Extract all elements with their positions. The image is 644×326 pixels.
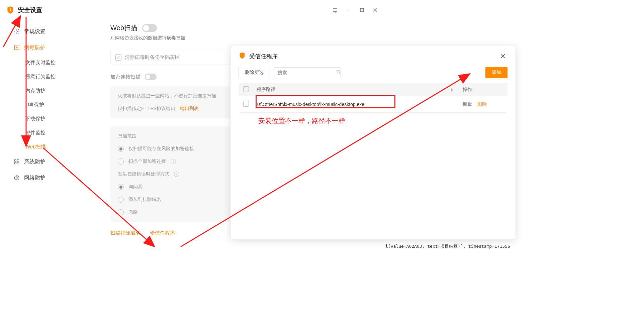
svg-point-1 <box>16 31 18 32</box>
sidebar-sub-mail[interactable]: 邮件监控 <box>0 126 100 140</box>
delete-link[interactable]: 删除 <box>477 101 487 107</box>
label: 清除病毒时备份至隔离区 <box>125 54 180 61</box>
radio-risk-only[interactable] <box>118 146 124 152</box>
checkbox-icon: ✓ <box>115 55 121 61</box>
table-header: 程序路径 ▲▼ 操作 <box>239 83 508 96</box>
trusted-programs-dialog: 受信任程序 删除所选 添加 程序路径 ▲▼ 操作 D:\OtherSoft\lx… <box>230 45 516 239</box>
label: 询问我 <box>128 184 143 190</box>
sidebar-item-network[interactable]: 网络防护 <box>0 170 100 186</box>
close-button[interactable] <box>369 3 382 17</box>
delete-selected-button[interactable]: 删除所选 <box>239 67 270 78</box>
label: 网络防护 <box>24 175 45 182</box>
sort-icon[interactable]: ▲▼ <box>450 88 454 92</box>
sidebar-sub-memory[interactable]: 内存防护 <box>0 84 100 98</box>
sidebar-item-virus[interactable]: 病毒防护 <box>0 39 100 56</box>
svg-rect-6 <box>17 162 19 164</box>
svg-rect-4 <box>17 159 19 161</box>
maximize-button[interactable] <box>355 3 369 17</box>
encrypt-scan-toggle[interactable] <box>145 74 157 80</box>
search-icon <box>336 70 341 76</box>
search-input[interactable] <box>278 70 336 75</box>
search-box[interactable] <box>274 67 341 78</box>
label: 常规设置 <box>24 28 45 35</box>
col-path-label[interactable]: 程序路径 <box>257 87 275 93</box>
svg-rect-5 <box>14 162 16 164</box>
sidebar-sub-download[interactable]: 下载保护 <box>0 112 100 126</box>
dialog-title: 受信任程序 <box>249 52 278 60</box>
sidebar-sub-behavior[interactable]: 恶意行为监控 <box>0 70 100 84</box>
dialog-close-button[interactable] <box>498 51 508 61</box>
label: 系统防护 <box>24 158 45 166</box>
label: 仅扫描可能存在风险的加密连接 <box>128 146 194 152</box>
row-path: D:\OtherSoft\lx-music-desktop\lx-music-d… <box>257 102 463 107</box>
label: 病毒防护 <box>24 44 45 51</box>
grid-icon <box>13 158 20 165</box>
dialog-shield-icon <box>239 52 246 61</box>
label: 忽略 <box>128 209 138 215</box>
sidebar: 常规设置 病毒防护 文件实时监控 恶意行为监控 内存防护 U盘保护 下载保护 邮… <box>0 20 100 261</box>
info-icon[interactable]: i <box>171 159 176 164</box>
web-scan-toggle[interactable] <box>142 24 157 32</box>
trusted-programs-link[interactable]: 受信任程序 <box>150 230 175 236</box>
section-desc: 对网络协议接收的数据进行病毒扫描 <box>110 35 378 41</box>
section-title: Web扫描 <box>110 23 137 32</box>
sidebar-sub-realtime[interactable]: 文件实时监控 <box>0 56 100 70</box>
titlebar: 安全设置 <box>0 0 388 20</box>
svg-rect-3 <box>14 159 16 161</box>
plus-box-icon <box>13 44 20 51</box>
exclude-domain-link[interactable]: 扫描排除域名 <box>110 230 141 236</box>
sidebar-item-system[interactable]: 系统防护 <box>0 154 100 170</box>
sidebar-sub-web[interactable]: Web扫描 <box>0 140 100 154</box>
code-fragment: l(value=A02A03, text=项目结算)], timestamp=1… <box>385 243 510 249</box>
info-icon[interactable]: i <box>174 172 179 177</box>
row-checkbox[interactable] <box>243 101 249 107</box>
label: 扫描全部加密连接 <box>128 158 166 165</box>
port-list-link[interactable]: 端口列表 <box>180 106 199 112</box>
radio-scan-all[interactable] <box>118 158 124 165</box>
table-row: D:\OtherSoft\lx-music-desktop\lx-music-d… <box>239 96 508 112</box>
radio-ask-me[interactable] <box>118 184 124 190</box>
gear-icon <box>13 28 20 35</box>
col-ops-label: 操作 <box>463 87 503 93</box>
app-title: 安全设置 <box>18 6 42 14</box>
sidebar-item-general[interactable]: 常规设置 <box>0 23 100 39</box>
add-button[interactable]: 添加 <box>485 67 508 78</box>
https-port-label: 仅扫描指定HTTPS协议端口 <box>118 106 175 112</box>
label: 添加到排除域名 <box>128 197 161 203</box>
edit-link[interactable]: 编辑 <box>463 101 472 107</box>
annotation-note: 安装位置不一样，路径不一样 <box>258 116 345 125</box>
select-all-checkbox[interactable] <box>243 86 249 92</box>
error-handling-title: 发生扫描错误时处理方式 <box>118 171 169 177</box>
radio-add-exclude[interactable] <box>118 197 124 203</box>
svg-rect-0 <box>360 8 364 12</box>
app-shield-icon <box>6 6 15 14</box>
menu-icon[interactable] <box>329 3 342 17</box>
svg-point-8 <box>337 70 340 73</box>
globe-icon <box>13 175 20 181</box>
sidebar-sub-usb[interactable]: U盘保护 <box>0 98 100 112</box>
minimize-button[interactable] <box>342 3 355 17</box>
encrypt-scan-label: 加密连接扫描 <box>110 74 141 80</box>
radio-ignore[interactable] <box>118 209 124 215</box>
